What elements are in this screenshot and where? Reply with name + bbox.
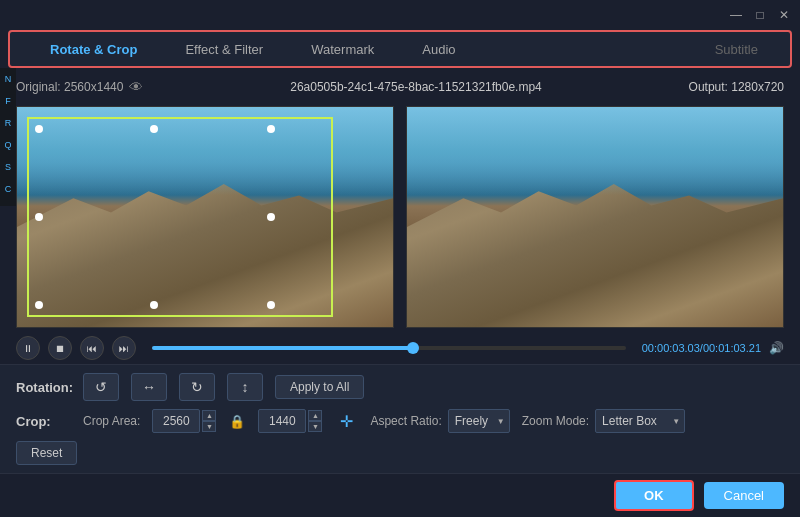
rotation-label: Rotation: (16, 380, 71, 395)
side-item-n[interactable]: N (1, 72, 15, 86)
playback-bar: ⏸ ⏹ ⏮ ⏭ 00:00:03.03/00:01:03.21 🔊 (0, 332, 800, 364)
side-panel: N F R Q S C (0, 68, 16, 206)
play-pause-button[interactable]: ⏸ (16, 336, 40, 360)
bottom-bar: OK Cancel (0, 473, 800, 517)
preview-area (0, 102, 800, 332)
tab-subtitle[interactable]: Subtitle (699, 36, 774, 63)
volume-icon[interactable]: 🔊 (769, 341, 784, 355)
side-item-s[interactable]: S (1, 160, 15, 174)
rotate-flip-h-button[interactable]: ↔ (131, 373, 167, 401)
crop-row: Crop: Crop Area: ▲ ▼ 🔒 ▲ ▼ ✛ Aspect Rati… (16, 409, 784, 433)
side-item-f[interactable]: F (1, 94, 15, 108)
rotate-cw-button[interactable]: ↻ (179, 373, 215, 401)
source-video-frame (17, 107, 393, 327)
tab-watermark[interactable]: Watermark (287, 36, 398, 63)
side-item-c[interactable]: C (1, 182, 15, 196)
original-size: Original: 2560x1440 👁 (16, 79, 143, 95)
stop-button[interactable]: ⏹ (48, 336, 72, 360)
crop-width-spinners: ▲ ▼ (202, 410, 216, 432)
output-video-frame (407, 107, 783, 327)
next-frame-button[interactable]: ⏭ (112, 336, 136, 360)
crop-height-group: ▲ ▼ (258, 409, 322, 433)
maximize-button[interactable]: □ (752, 7, 768, 23)
crop-height-up[interactable]: ▲ (308, 410, 322, 421)
apply-to-all-button[interactable]: Apply to All (275, 375, 364, 399)
progress-track[interactable] (152, 346, 626, 350)
zoom-mode-dropdown-wrap: Letter Box Pan & Scan Full (595, 409, 685, 433)
rotate-ccw-button[interactable]: ↺ (83, 373, 119, 401)
zoom-mode-label: Zoom Mode: (522, 414, 589, 428)
reset-row: Reset (16, 441, 784, 465)
zoom-mode-group: Zoom Mode: Letter Box Pan & Scan Full (522, 409, 685, 433)
original-size-text: Original: 2560x1440 (16, 80, 123, 94)
crop-width-down[interactable]: ▼ (202, 421, 216, 432)
crop-width-group: ▲ ▼ (152, 409, 216, 433)
title-bar: — □ ✕ (0, 0, 800, 30)
eye-icon[interactable]: 👁 (129, 79, 143, 95)
preview-output (406, 106, 784, 328)
rotate-flip-v-button[interactable]: ↕ (227, 373, 263, 401)
zoom-mode-select[interactable]: Letter Box Pan & Scan Full (595, 409, 685, 433)
side-item-r[interactable]: R (1, 116, 15, 130)
crop-position-icon[interactable]: ✛ (334, 409, 358, 433)
crop-width-up[interactable]: ▲ (202, 410, 216, 421)
tab-audio[interactable]: Audio (398, 36, 479, 63)
filename-text: 26a0505b-24c1-475e-8bac-11521321fb0e.mp4 (143, 80, 688, 94)
tab-rotate-crop[interactable]: Rotate & Crop (26, 36, 161, 63)
ok-button[interactable]: OK (614, 480, 694, 511)
crop-width-input[interactable] (152, 409, 200, 433)
crop-area-label: Crop Area: (83, 414, 140, 428)
lock-icon[interactable]: 🔒 (228, 412, 246, 430)
minimize-button[interactable]: — (728, 7, 744, 23)
aspect-ratio-select[interactable]: Freely 16:9 4:3 1:1 9:16 (448, 409, 510, 433)
reset-button[interactable]: Reset (16, 441, 77, 465)
progress-thumb[interactable] (407, 342, 419, 354)
output-size-text: Output: 1280x720 (689, 80, 784, 94)
crop-height-spinners: ▲ ▼ (308, 410, 322, 432)
info-bar: Original: 2560x1440 👁 26a0505b-24c1-475e… (0, 72, 800, 102)
progress-fill (152, 346, 413, 350)
crop-height-input[interactable] (258, 409, 306, 433)
prev-frame-button[interactable]: ⏮ (80, 336, 104, 360)
crop-label: Crop: (16, 414, 71, 429)
crop-height-down[interactable]: ▼ (308, 421, 322, 432)
close-button[interactable]: ✕ (776, 7, 792, 23)
aspect-ratio-label: Aspect Ratio: (370, 414, 441, 428)
tab-effect-filter[interactable]: Effect & Filter (161, 36, 287, 63)
cancel-button[interactable]: Cancel (704, 482, 784, 509)
rotation-row: Rotation: ↺ ↔ ↻ ↕ Apply to All (16, 373, 784, 401)
aspect-ratio-dropdown-wrap: Freely 16:9 4:3 1:1 9:16 (448, 409, 510, 433)
time-display: 00:00:03.03/00:01:03.21 (642, 342, 761, 354)
aspect-ratio-group: Aspect Ratio: Freely 16:9 4:3 1:1 9:16 (370, 409, 509, 433)
preview-source (16, 106, 394, 328)
tab-bar: Rotate & Crop Effect & Filter Watermark … (8, 30, 792, 68)
side-item-q[interactable]: Q (1, 138, 15, 152)
controls-panel: Rotation: ↺ ↔ ↻ ↕ Apply to All Crop: Cro… (0, 364, 800, 481)
